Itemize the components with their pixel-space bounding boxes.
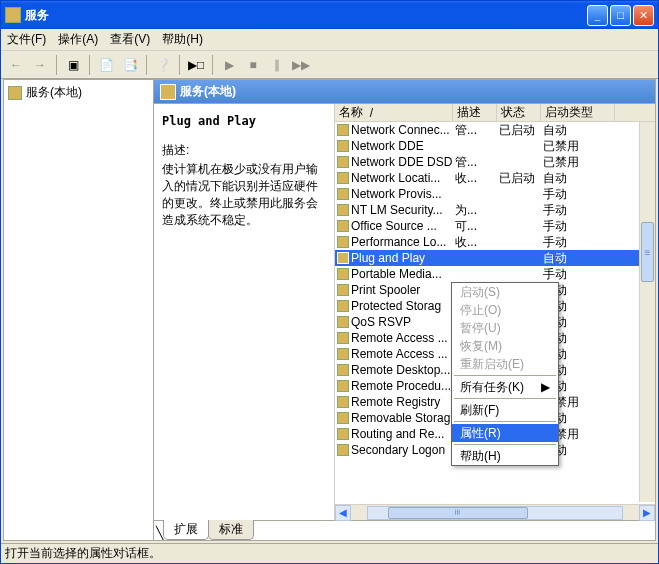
gear-icon: [337, 364, 349, 376]
table-row[interactable]: Plug and Play自动: [335, 250, 655, 266]
cell-desc: 管...: [455, 154, 477, 171]
menu-action[interactable]: 操作(A): [58, 31, 98, 48]
cell-startup: 手动: [543, 186, 567, 203]
context-menu[interactable]: 启动(S)停止(O)暂停(U)恢复(M)重新启动(E)所有任务(K)▶刷新(F)…: [451, 282, 559, 466]
bottom-tabs: ╲ 扩展 标准: [154, 520, 655, 540]
help-button[interactable]: ❔: [152, 54, 174, 76]
panel-title: 服务(本地): [180, 83, 236, 100]
menu-view[interactable]: 查看(V): [110, 31, 150, 48]
gear-icon: [337, 412, 349, 424]
cell-name: Print Spooler: [351, 283, 420, 297]
list-header: 名称 / 描述 状态 启动类型: [335, 104, 655, 122]
gear-icon: [337, 188, 349, 200]
table-row[interactable]: Network Locati...收...已启动自动: [335, 170, 655, 186]
scrollbar-thumb[interactable]: [641, 222, 654, 282]
scroll-left-arrow[interactable]: ◀: [335, 505, 351, 521]
menubar[interactable]: 文件(F) 操作(A) 查看(V) 帮助(H): [1, 29, 658, 51]
menu-item-label: 启动(S): [460, 284, 500, 301]
close-button[interactable]: ✕: [633, 5, 654, 26]
titlebar[interactable]: 服务 _ □ ✕: [1, 1, 658, 29]
gear-icon: [160, 84, 176, 100]
table-row[interactable]: Network DDE DSDM管...已禁用: [335, 154, 655, 170]
table-row[interactable]: NT LM Security...为...手动: [335, 202, 655, 218]
statusbar: 打开当前选择的属性对话框。: [1, 543, 658, 563]
refresh-button[interactable]: ▶□: [185, 54, 207, 76]
col-startup[interactable]: 启动类型: [541, 104, 615, 121]
tab-standard[interactable]: 标准: [208, 520, 254, 540]
menu-item[interactable]: 刷新(F): [452, 401, 558, 419]
cell-startup: 自动: [543, 250, 567, 267]
submenu-arrow-icon: ▶: [541, 380, 550, 394]
stop-button[interactable]: ■: [242, 54, 264, 76]
gear-icon: [337, 204, 349, 216]
cell-name: Network Locati...: [351, 171, 440, 185]
minimize-button[interactable]: _: [587, 5, 608, 26]
table-row[interactable]: Network DDE已禁用: [335, 138, 655, 154]
forward-button[interactable]: →: [29, 54, 51, 76]
toolbar: ← → ▣ 📄 📑 ❔ ▶□ ▶ ■ ∥ ▶▶: [1, 51, 658, 79]
gear-icon: [337, 380, 349, 392]
menu-item-label: 属性(R): [460, 425, 501, 442]
menu-item-label: 恢复(M): [460, 338, 502, 355]
restart-button[interactable]: ▶▶: [290, 54, 312, 76]
pause-button[interactable]: ∥: [266, 54, 288, 76]
menu-item[interactable]: 所有任务(K)▶: [452, 378, 558, 396]
window-title: 服务: [25, 7, 587, 24]
gear-icon: [337, 268, 349, 280]
menu-item: 启动(S): [452, 283, 558, 301]
menu-item[interactable]: 属性(R): [452, 424, 558, 442]
cell-name: Network Connec...: [351, 123, 450, 137]
tab-extended[interactable]: 扩展: [163, 520, 209, 540]
cell-desc: 可...: [455, 218, 477, 235]
menu-item: 暂停(U): [452, 319, 558, 337]
up-button[interactable]: ▣: [62, 54, 84, 76]
tree-root[interactable]: 服务(本地): [8, 84, 149, 101]
gear-icon: [337, 348, 349, 360]
col-status[interactable]: 状态: [497, 104, 541, 121]
gear-icon: [337, 124, 349, 136]
scroll-right-arrow[interactable]: ▶: [639, 505, 655, 521]
table-row[interactable]: Office Source ...可...手动: [335, 218, 655, 234]
menu-item-label: 重新启动(E): [460, 356, 524, 373]
col-desc[interactable]: 描述: [453, 104, 497, 121]
cell-name: Portable Media...: [351, 267, 442, 281]
vertical-scrollbar[interactable]: [639, 122, 655, 502]
cell-desc: 收...: [455, 170, 477, 187]
back-button[interactable]: ←: [5, 54, 27, 76]
gear-icon: [337, 220, 349, 232]
scrollbar-thumb[interactable]: [388, 507, 528, 519]
cell-name: Performance Lo...: [351, 235, 446, 249]
horizontal-scrollbar[interactable]: ◀ ▶: [335, 504, 655, 520]
cell-name: Network DDE DSDM: [351, 155, 453, 169]
cell-startup: 已禁用: [543, 154, 579, 171]
export-button[interactable]: 📑: [119, 54, 141, 76]
cell-name: Remote Registry: [351, 395, 440, 409]
cell-startup: 自动: [543, 170, 567, 187]
table-row[interactable]: Performance Lo...收...手动: [335, 234, 655, 250]
cell-name: Remote Access ...: [351, 331, 448, 345]
table-row[interactable]: Portable Media...手动: [335, 266, 655, 282]
maximize-button[interactable]: □: [610, 5, 631, 26]
cell-status: 已启动: [499, 122, 535, 139]
cell-name: Remote Desktop...: [351, 363, 450, 377]
menu-file[interactable]: 文件(F): [7, 31, 46, 48]
cell-name: Network DDE: [351, 139, 424, 153]
selected-service-name: Plug and Play: [162, 114, 326, 128]
cell-name: Removable Storag: [351, 411, 450, 425]
table-row[interactable]: Network Provis...手动: [335, 186, 655, 202]
gear-icon: [337, 252, 349, 264]
cell-startup: 手动: [543, 234, 567, 251]
menu-item[interactable]: 帮助(H): [452, 447, 558, 465]
col-name[interactable]: 名称 /: [335, 104, 453, 121]
cell-name: Protected Storag: [351, 299, 441, 313]
tree-root-label: 服务(本地): [26, 84, 82, 101]
play-button[interactable]: ▶: [218, 54, 240, 76]
gear-icon: [337, 332, 349, 344]
gear-icon: [337, 140, 349, 152]
menu-help[interactable]: 帮助(H): [162, 31, 203, 48]
tree-panel: 服务(本地): [4, 80, 154, 540]
properties-button[interactable]: 📄: [95, 54, 117, 76]
menu-item-label: 暂停(U): [460, 320, 501, 337]
gear-icon: [337, 428, 349, 440]
table-row[interactable]: Network Connec...管...已启动自动: [335, 122, 655, 138]
